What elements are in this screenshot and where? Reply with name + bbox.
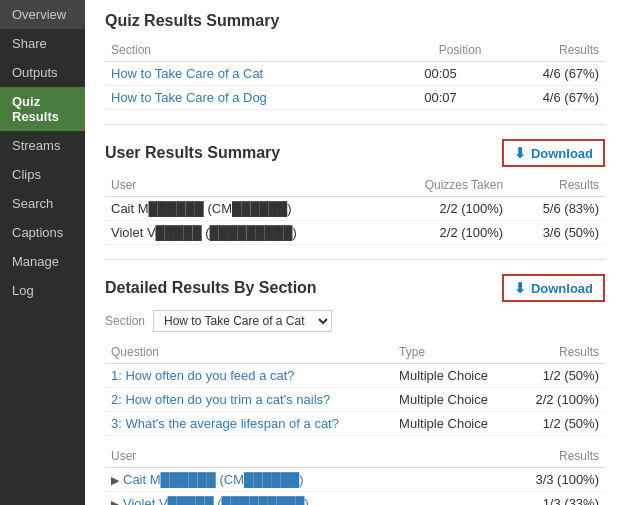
- section-filter-row: Section How to Take Care of a Cat How to…: [105, 310, 605, 332]
- row-results: 4/6 (67%): [487, 62, 605, 86]
- sidebar-item-share[interactable]: Share: [0, 29, 85, 58]
- question-results: 2/2 (100%): [514, 388, 605, 412]
- col-type: Type: [393, 342, 514, 364]
- question-results: 1/2 (50%): [514, 364, 605, 388]
- user-results-download-button[interactable]: ⬇ Download: [502, 139, 605, 167]
- table-row: ▶Violet V█████ (█████████) 1/3 (33%): [105, 492, 605, 506]
- col-results: Results: [487, 40, 605, 62]
- sidebar-item-search[interactable]: Search: [0, 189, 85, 218]
- col-results: Results: [514, 342, 605, 364]
- quiz-results-summary-title: Quiz Results Summary: [105, 12, 605, 30]
- detailed-results-title: Detailed Results By Section: [105, 279, 317, 297]
- col-results: Results: [473, 446, 605, 468]
- expand-icon: ▶: [111, 498, 119, 505]
- sidebar: Overview Share Outputs Quiz Results Stre…: [0, 0, 85, 505]
- quiz-results-table: Section Position Results How to Take Car…: [105, 40, 605, 110]
- user-results: 5/6 (83%): [509, 197, 605, 221]
- main-content: Quiz Results Summary Section Position Re…: [85, 0, 625, 505]
- user-results-download-label: Download: [531, 146, 593, 161]
- col-question: Question: [105, 342, 393, 364]
- table-row: 2: How often do you trim a cat's nails? …: [105, 388, 605, 412]
- row-position: 00:05: [393, 62, 487, 86]
- user-detailed-table: User Results ▶Cait M██████ (CM██████) 3/…: [105, 446, 605, 505]
- table-row: How to Take Care of a Cat 00:05 4/6 (67%…: [105, 62, 605, 86]
- question-text[interactable]: 2: How often do you trim a cat's nails?: [105, 388, 393, 412]
- sidebar-item-captions[interactable]: Captions: [0, 218, 85, 247]
- table-row: Cait M██████ (CM██████) 2/2 (100%) 5/6 (…: [105, 197, 605, 221]
- question-results: 1/2 (50%): [514, 412, 605, 436]
- col-user: User: [105, 446, 473, 468]
- download-icon-2: ⬇: [514, 280, 526, 296]
- sidebar-item-log[interactable]: Log: [0, 276, 85, 305]
- col-results: Results: [509, 175, 605, 197]
- section-select[interactable]: How to Take Care of a Cat How to Take Ca…: [153, 310, 332, 332]
- user-results-header: User Results Summary ⬇ Download: [105, 139, 605, 167]
- col-user: User: [105, 175, 382, 197]
- question-type: Multiple Choice: [393, 388, 514, 412]
- table-row: ▶Cait M██████ (CM██████) 3/3 (100%): [105, 468, 605, 492]
- col-section: Section: [105, 40, 393, 62]
- row-position: 00:07: [393, 86, 487, 110]
- divider-2: [105, 259, 605, 260]
- user-results: 3/3 (100%): [473, 468, 605, 492]
- table-row: Violet V█████ (█████████) 2/2 (100%) 3/6…: [105, 221, 605, 245]
- user-results: 1/3 (33%): [473, 492, 605, 506]
- question-type: Multiple Choice: [393, 364, 514, 388]
- download-icon: ⬇: [514, 145, 526, 161]
- col-quizzes-taken: Quizzes Taken: [382, 175, 509, 197]
- question-text[interactable]: 3: What's the average lifespan of a cat?: [105, 412, 393, 436]
- sidebar-item-quiz-results[interactable]: Quiz Results: [0, 87, 85, 131]
- sidebar-item-outputs[interactable]: Outputs: [0, 58, 85, 87]
- section-filter-label: Section: [105, 314, 145, 328]
- questions-table: Question Type Results 1: How often do yo…: [105, 342, 605, 436]
- table-row: How to Take Care of a Dog 00:07 4/6 (67%…: [105, 86, 605, 110]
- row-section[interactable]: How to Take Care of a Cat: [105, 62, 393, 86]
- user-results-summary-title: User Results Summary: [105, 144, 280, 162]
- sidebar-item-overview[interactable]: Overview: [0, 0, 85, 29]
- sidebar-item-manage[interactable]: Manage: [0, 247, 85, 276]
- detailed-results-download-label: Download: [531, 281, 593, 296]
- user-results-table: User Quizzes Taken Results Cait M██████ …: [105, 175, 605, 245]
- quizzes-taken: 2/2 (100%): [382, 221, 509, 245]
- expand-icon: ▶: [111, 474, 119, 486]
- detailed-results-download-button[interactable]: ⬇ Download: [502, 274, 605, 302]
- row-section[interactable]: How to Take Care of a Dog: [105, 86, 393, 110]
- detailed-results-header: Detailed Results By Section ⬇ Download: [105, 274, 605, 302]
- table-row: 1: How often do you feed a cat? Multiple…: [105, 364, 605, 388]
- user-name[interactable]: ▶Violet V█████ (█████████): [105, 492, 473, 506]
- sidebar-item-streams[interactable]: Streams: [0, 131, 85, 160]
- user-results: 3/6 (50%): [509, 221, 605, 245]
- user-name: Violet V█████ (█████████): [105, 221, 382, 245]
- quizzes-taken: 2/2 (100%): [382, 197, 509, 221]
- user-name[interactable]: ▶Cait M██████ (CM██████): [105, 468, 473, 492]
- question-type: Multiple Choice: [393, 412, 514, 436]
- table-row: 3: What's the average lifespan of a cat?…: [105, 412, 605, 436]
- row-results: 4/6 (67%): [487, 86, 605, 110]
- user-name: Cait M██████ (CM██████): [105, 197, 382, 221]
- col-position: Position: [393, 40, 487, 62]
- question-text[interactable]: 1: How often do you feed a cat?: [105, 364, 393, 388]
- divider-1: [105, 124, 605, 125]
- sidebar-item-clips[interactable]: Clips: [0, 160, 85, 189]
